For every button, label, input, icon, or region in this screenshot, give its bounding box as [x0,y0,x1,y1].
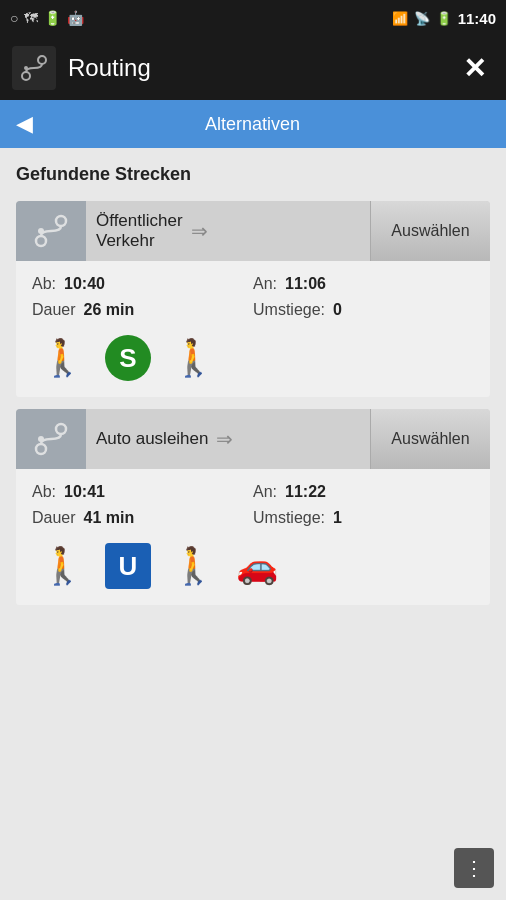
route-times-1: Ab: 10:40 An: 11:06 [32,275,474,293]
nav-title: Alternativen [45,114,460,135]
dauer-label-1: Dauer [32,301,76,319]
transport-icons-1: 🚶 S 🚶 [32,335,474,381]
select-button-2[interactable]: Auswählen [370,409,490,469]
arrival-group-2: An: 11:22 [253,483,474,501]
transfers-group-2: Umstiege: 1 [253,509,474,527]
route-card-car-rental: Auto ausleihen ⇒ Auswählen Ab: 10:41 An:… [16,409,490,605]
duration-group-1: Dauer 26 min [32,301,253,319]
svg-point-1 [38,56,46,64]
status-icons-right: 📶 📡 🔋 11:40 [392,10,496,27]
wifi-icon: 📶 [392,11,408,26]
route-details-2: Ab: 10:41 An: 11:22 Dauer 41 min Umstieg… [16,469,490,605]
svg-point-3 [36,236,46,246]
ubahn-letter: U [119,551,138,582]
android-icon: 🤖 [67,10,84,26]
route-header-2: Auto ausleihen ⇒ Auswählen [16,409,490,469]
an-value-1: 11:06 [285,275,326,293]
close-button[interactable]: ✕ [455,48,494,89]
svg-point-5 [38,228,44,234]
overflow-menu-button[interactable]: ⋮ [454,848,494,888]
dauer-label-2: Dauer [32,509,76,527]
route-card-public-transport: ÖffentlicherVerkehr ⇒ Auswählen Ab: 10:4… [16,201,490,397]
svg-point-2 [24,66,28,70]
route-map-icon-1 [29,209,73,253]
dauer-value-2: 41 min [84,509,135,527]
route-meta-2: Dauer 41 min Umstiege: 1 [32,509,474,527]
an-label-2: An: [253,483,277,501]
route-label-1: ÖffentlicherVerkehr ⇒ [86,211,370,251]
walk-icon-1b: 🚶 [171,337,216,379]
route-details-1: Ab: 10:40 An: 11:06 Dauer 26 min Umstieg… [16,261,490,397]
svg-point-0 [22,72,30,80]
sbahn-icon: S [105,335,151,381]
svg-point-8 [38,436,44,442]
back-button[interactable]: ◀ [16,111,33,137]
nav-bar: ◀ Alternativen [0,100,506,148]
section-title: Gefundene Strecken [16,164,490,185]
route-icon-box-2 [16,409,86,469]
route-times-2: Ab: 10:41 An: 11:22 [32,483,474,501]
an-value-2: 11:22 [285,483,326,501]
route-name-2: Auto ausleihen [96,429,208,449]
app-bar-left: Routing [12,46,151,90]
transfers-group-1: Umstiege: 0 [253,301,474,319]
transport-icons-2: 🚶 U 🚶 🚗 [32,543,474,589]
walk-icon-1a: 🚶 [40,337,85,379]
umstiege-value-1: 0 [333,301,342,319]
car-icon: 🚗 [236,546,278,586]
ab-label-1: Ab: [32,275,56,293]
arrow-icon-2: ⇒ [216,427,233,451]
battery-icon: 🔋 [44,10,61,26]
map-small-icon: 🗺 [24,10,38,26]
an-label-1: An: [253,275,277,293]
circle-icon: ○ [10,10,18,26]
status-icons-left: ○ 🗺 🔋 🤖 [10,10,84,26]
app-icon [12,46,56,90]
app-title: Routing [68,54,151,82]
walk-icon-2b: 🚶 [171,545,216,587]
app-bar: Routing ✕ [0,36,506,100]
ubahn-icon: U [105,543,151,589]
arrival-group-1: An: 11:06 [253,275,474,293]
select-button-1[interactable]: Auswählen [370,201,490,261]
departure-group-2: Ab: 10:41 [32,483,253,501]
svg-point-7 [56,424,66,434]
umstiege-label-2: Umstiege: [253,509,325,527]
route-header-1: ÖffentlicherVerkehr ⇒ Auswählen [16,201,490,261]
departure-group-1: Ab: 10:40 [32,275,253,293]
battery-charging-icon: 🔋 [436,11,452,26]
status-bar: ○ 🗺 🔋 🤖 📶 📡 🔋 11:40 [0,0,506,36]
route-label-2: Auto ausleihen ⇒ [86,427,370,451]
umstiege-value-2: 1 [333,509,342,527]
signal-icon: 📡 [414,11,430,26]
ab-value-2: 10:41 [64,483,105,501]
route-map-icon-2 [29,417,73,461]
svg-point-4 [56,216,66,226]
main-content: Gefundene Strecken ÖffentlicherVerkehr ⇒… [0,148,506,633]
overflow-dots-icon: ⋮ [464,856,485,880]
dauer-value-1: 26 min [84,301,135,319]
time-display: 11:40 [458,10,496,27]
sbahn-letter: S [119,343,136,374]
ab-value-1: 10:40 [64,275,105,293]
routing-icon [18,52,50,84]
arrow-icon-1: ⇒ [191,219,208,243]
ab-label-2: Ab: [32,483,56,501]
svg-point-6 [36,444,46,454]
walk-icon-2a: 🚶 [40,545,85,587]
route-name-1: ÖffentlicherVerkehr [96,211,183,251]
umstiege-label-1: Umstiege: [253,301,325,319]
route-icon-box-1 [16,201,86,261]
route-meta-1: Dauer 26 min Umstiege: 0 [32,301,474,319]
duration-group-2: Dauer 41 min [32,509,253,527]
